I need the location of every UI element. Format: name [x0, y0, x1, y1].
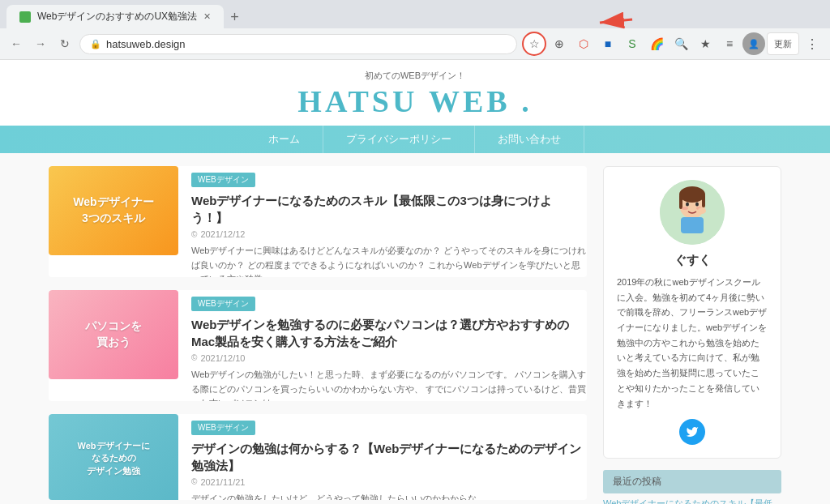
- nav-item-contact[interactable]: お問い合わせ: [475, 126, 584, 153]
- active-tab[interactable]: WebデザインのおすすめのUX勉強法 ✕: [6, 5, 224, 28]
- svg-point-8: [695, 203, 699, 207]
- article-thumbnail-1: Webデザイナー3つのスキル: [49, 166, 178, 255]
- article-thumbnail-3: Webデザイナーになるためのデザイン勉強: [49, 414, 178, 500]
- svg-rect-5: [679, 194, 682, 209]
- article-date-1: 2021/12/12: [191, 229, 587, 239]
- svg-point-12: [698, 207, 706, 214]
- article-title-2[interactable]: Webデザインを勉強するのに必要なパソコンは？選び方やおすすめのMac製品を安く…: [191, 316, 587, 350]
- article-card: Webデザイナー3つのスキル WEBデザイン Webデザイナーになるためのスキル…: [49, 166, 587, 277]
- site-header: 初めてのWEBデザイン！ HATSU WEB .: [0, 60, 830, 126]
- article-tag-2: WEBデザイン: [191, 297, 255, 311]
- profile-card: ぐすく 2019年の秋にwebデザインスクールに入会。勉強を初めて4ヶ月後に勢い…: [603, 166, 781, 459]
- svg-point-7: [686, 203, 689, 207]
- svg-rect-6: [702, 194, 705, 207]
- profile-avatar: [660, 180, 725, 245]
- profile-name: ぐすく: [617, 253, 768, 268]
- article-date-2: 2021/12/10: [191, 353, 587, 363]
- toolbar-icons: ☆ ⊕ ⬡ ■ S 🌈 🔍 ★ ≡ 👤 更新 ⋮: [522, 32, 824, 56]
- extension-3[interactable]: S: [621, 32, 644, 55]
- svg-rect-11: [681, 217, 704, 233]
- site-content: 初めてのWEBデザイン！ HATSU WEB . ホーム プライバシーポリシー …: [0, 60, 830, 504]
- tab-favicon: [19, 11, 31, 23]
- nav-bar: ホーム プライバシーポリシー お問い合わせ: [0, 126, 830, 153]
- search-button[interactable]: 🔍: [670, 32, 692, 55]
- article-body-2: WEBデザイン Webデザインを勉強するのに必要なパソコンは？選び方やおすすめの…: [191, 290, 587, 401]
- bookmark-button[interactable]: ☆: [522, 32, 546, 56]
- nav-item-home[interactable]: ホーム: [246, 126, 323, 153]
- article-card: Webデザイナーになるためのデザイン勉強 WEBデザイン デザインの勉強は何から…: [49, 414, 587, 500]
- thumb-text-1: Webデザイナー3つのスキル: [66, 188, 160, 233]
- nav-item-privacy[interactable]: プライバシーポリシー: [323, 126, 475, 153]
- tab-close-button[interactable]: ✕: [203, 11, 211, 22]
- profile-button[interactable]: ⊕: [548, 32, 571, 55]
- article-excerpt-2: Webデザインの勉強がしたい！と思った時、まず必要になるのがパソコンです。 パソ…: [191, 368, 587, 401]
- extension-1[interactable]: ⬡: [572, 32, 595, 55]
- svg-point-4: [679, 186, 705, 203]
- browser-chrome: WebデザインのおすすめのUX勉強法 ✕ + ← → ↻ 🔒 hatsuweb.…: [0, 0, 830, 60]
- article-thumbnail-2: パソコンを買おう: [49, 290, 178, 379]
- lock-icon: 🔒: [90, 39, 101, 49]
- extension-6[interactable]: ≡: [718, 32, 741, 55]
- address-bar[interactable]: 🔒 hatsuweb.design: [79, 34, 517, 54]
- extension-2[interactable]: ■: [597, 32, 619, 55]
- new-tab-button[interactable]: +: [224, 6, 246, 28]
- article-title-3[interactable]: デザインの勉強は何からする？【Webデザイナーになるためのデザイン勉強法】: [191, 440, 587, 474]
- title-dot: .: [521, 84, 533, 118]
- thumb-text-2: パソコンを買おう: [79, 312, 148, 357]
- refresh-button[interactable]: 更新: [767, 32, 799, 55]
- recent-posts-title: 最近の投稿: [603, 470, 781, 493]
- article-body-3: WEBデザイン デザインの勉強は何からする？【Webデザイナーになるためのデザイ…: [191, 414, 587, 500]
- article-title-1[interactable]: Webデザイナーになるためのスキル【最低限この3つは身につけよう！】: [191, 192, 587, 226]
- extension-5[interactable]: ★: [694, 32, 717, 55]
- article-card: パソコンを買おう WEBデザイン Webデザインを勉強するのに必要なパソコンは？…: [49, 290, 587, 401]
- article-tag-3: WEBデザイン: [191, 421, 255, 435]
- reload-button[interactable]: ↻: [55, 34, 75, 53]
- site-subtitle: 初めてのWEBデザイン！: [0, 70, 830, 82]
- forward-button[interactable]: →: [31, 34, 50, 53]
- articles-list: Webデザイナー3つのスキル WEBデザイン Webデザイナーになるためのスキル…: [49, 166, 587, 500]
- extension-4[interactable]: 🌈: [645, 32, 668, 55]
- thumb-text-3: Webデザイナーになるためのデザイン勉強: [71, 434, 156, 484]
- twitter-button[interactable]: [679, 419, 705, 445]
- tab-bar: WebデザインのおすすめのUX勉強法 ✕ +: [0, 0, 830, 28]
- profile-bio: 2019年の秋にwebデザインスクールに入会。勉強を初めて4ヶ月後に勢いで前職を…: [617, 275, 768, 411]
- url-text: hatsuweb.design: [106, 38, 186, 50]
- article-date-3: 2021/11/21: [191, 477, 587, 487]
- article-excerpt-3: デザインの勉強をしたいけど、どうやって勉強したらいいのかわからな: [191, 492, 587, 500]
- tab-title: WebデザインのおすすめのUX勉強法: [37, 10, 197, 23]
- main-layout: Webデザイナー3つのスキル WEBデザイン Webデザイナーになるためのスキル…: [0, 153, 830, 504]
- sidebar: ぐすく 2019年の秋にwebデザインスクールに入会。勉強を初めて4ヶ月後に勢い…: [603, 166, 781, 500]
- recent-post-item: Webデザイナーになるためのスキル【最低限この3つは身につけよう！】 2021年…: [603, 493, 781, 504]
- title-bold: WEB: [429, 84, 511, 118]
- svg-point-9: [682, 207, 688, 210]
- back-button[interactable]: ←: [6, 34, 26, 53]
- title-light: HATSU: [297, 84, 417, 118]
- article-tag-1: WEBデザイン: [191, 173, 255, 187]
- recent-posts-section: 最近の投稿 Webデザイナーになるためのスキル【最低限この3つは身につけよう！】…: [603, 470, 781, 504]
- article-excerpt-1: Webデザイナーに興味はあるけどどんなスキルが必要なのか？ どうやってそのスキル…: [191, 244, 587, 277]
- recent-post-link[interactable]: Webデザイナーになるためのスキル【最低限この3つは身につけよう！】: [603, 497, 781, 504]
- address-bar-row: ← → ↻ 🔒 hatsuweb.design ☆ ⊕ ⬡ ■ S 🌈 🔍 ★ …: [0, 28, 830, 59]
- site-title: HATSU WEB .: [0, 83, 830, 119]
- user-avatar[interactable]: 👤: [742, 32, 765, 55]
- article-body-1: WEBデザイン Webデザイナーになるためのスキル【最低限この3つは身につけよう…: [191, 166, 587, 277]
- menu-button[interactable]: ⋮: [801, 32, 824, 55]
